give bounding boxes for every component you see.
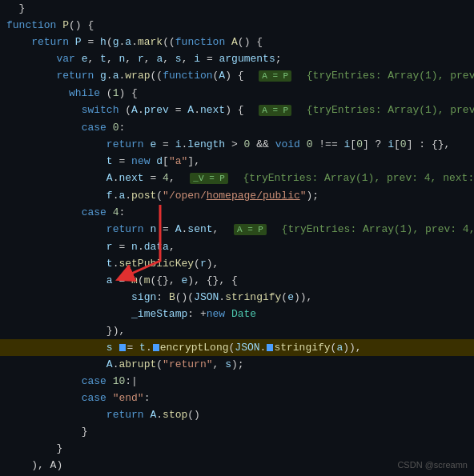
code-line-5: return g.a.wrap((function(A) { A = P {tr… [0, 67, 474, 85]
watermark-text: CSDN @screamn [397, 460, 468, 470]
code-line-12: f.a.post("/open/homepage/public"); [0, 187, 474, 204]
code-line-14: return n = A.sent, A = P {tryEntries: Ar… [0, 221, 474, 238]
code-editor: } function P() { return P = h(g.a.mark((… [0, 0, 474, 476]
code-line-top: } [0, 0, 474, 17]
code-line-4: var e, t, n, r, a, s, i = arguments; [0, 50, 474, 67]
code-line-13: case 4: [0, 204, 474, 221]
code-line-10: t = new d["a"], [0, 153, 474, 170]
code-line-17: a = m(m({}, e), {}, { [0, 272, 474, 289]
arrow-container: return n = A.sent, A = P {tryEntries: Ar… [0, 221, 474, 238]
code-line-15: r = n.data, [0, 238, 474, 255]
code-line-22: A.abrupt("return", s); [0, 356, 474, 373]
code-line-3: return P = h(g.a.mark((function A() { [0, 34, 474, 50]
code-line-8: case 0: [0, 119, 474, 136]
code-line-20: }), [0, 322, 474, 339]
code-line-6: while (1) { [0, 85, 474, 102]
code-line-25: return A.stop() [0, 406, 474, 423]
code-line-18: sign: B()(JSON.stringify(e)), [0, 289, 474, 306]
code-line-27: } [0, 440, 474, 457]
code-line-23: case 10:| [0, 373, 474, 390]
code-line-24: case "end": [0, 390, 474, 406]
code-line-16: t.setPublicKey(r), [0, 255, 474, 272]
code-line-21-highlighted: s = t.encryptLong(JSON.stringify(a)), [0, 339, 474, 356]
code-line-26: } [0, 423, 474, 440]
code-line-11: A.next = 4, _V = P {tryEntries: Array(1)… [0, 170, 474, 187]
code-line-2: function P() { [0, 17, 474, 34]
code-line-7: switch (A.prev = A.next) { A = P {tryEnt… [0, 102, 474, 119]
code-line-9: return e = i.length > 0 && void 0 !== i[… [0, 136, 474, 153]
code-line-19: _imeStamp: +new Date [0, 306, 474, 322]
